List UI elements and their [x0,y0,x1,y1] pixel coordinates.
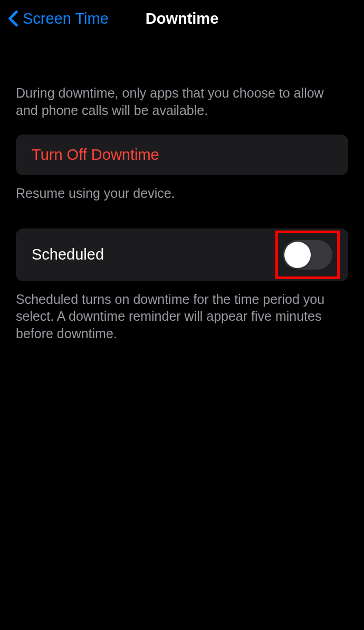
scheduled-toggle-wrapper [283,240,332,270]
page-title: Downtime [146,10,219,27]
back-button[interactable]: Screen Time [8,10,109,27]
scheduled-footer: Scheduled turns on downtime for the time… [0,291,364,342]
toggle-knob [284,242,311,268]
scheduled-row: Scheduled [16,228,348,281]
scheduled-toggle[interactable] [283,240,332,270]
turn-off-downtime-button[interactable]: Turn Off Downtime [16,135,348,175]
intro-description: During downtime, only apps that you choo… [0,84,364,119]
back-label: Screen Time [23,10,109,27]
chevron-left-icon [8,10,18,27]
turn-off-label: Turn Off Downtime [32,146,159,164]
turn-off-footer: Resume using your device. [0,185,364,202]
navigation-bar: Screen Time Downtime [0,0,364,37]
scheduled-label: Scheduled [32,246,104,263]
